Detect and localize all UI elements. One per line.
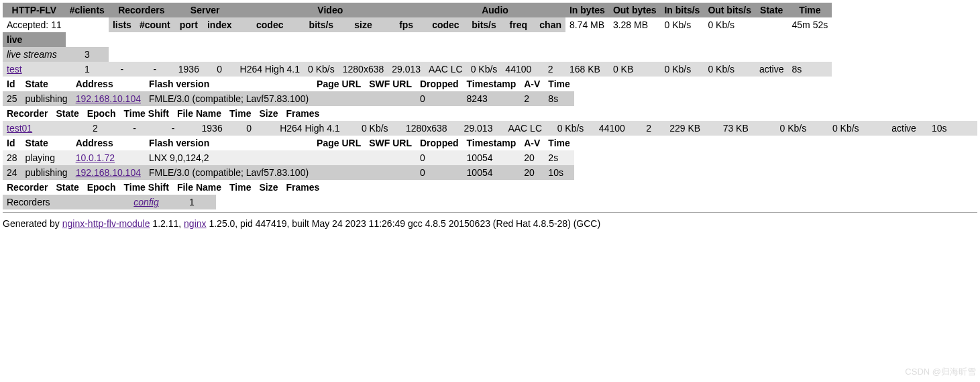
footer-prefix: Generated by [3,218,62,229]
divider [3,212,977,213]
client-address-link[interactable]: 192.168.10.104 [76,93,141,104]
col-port: port [174,17,203,32]
col-rectime: Time [225,180,255,195]
client-id: 24 [3,165,21,180]
col-filename: File Name [173,106,225,121]
col-clients: #clients [66,3,109,17]
total-state [755,17,788,32]
client-dropped: 0 [416,165,463,180]
col-server: Server [174,3,236,17]
client-time: 10s [544,165,574,180]
recorder-headers-table: Recorder State Epoch Time Shift File Nam… [3,106,323,121]
col-audio: Audio [425,3,565,17]
client-dropped: 0 [416,91,463,106]
client-pageurl [313,150,365,165]
stream-fps: 29.013 [388,62,425,77]
stream-time: 10s [928,121,977,136]
live-streams-label: live streams [3,47,66,62]
col-av: A-V [520,136,544,150]
col-outbytes: Out bytes [609,3,661,17]
col-dropped: Dropped [416,77,463,91]
col-time: Time [788,3,832,17]
col-rec-lists: lists [109,17,135,32]
col-inbits: In bits/s [660,3,704,17]
client-pageurl [313,91,365,106]
col-recsize: Size [255,180,282,195]
main-summary-table: HTTP-FLV #clients Recorders Server Video… [3,3,832,77]
stream-chan: 2 [535,62,565,77]
total-inbytes: 8.74 MB [565,17,609,32]
footer-modver: 1.2.11, [150,218,184,229]
col-pageurl: Page URL [313,136,365,150]
stream-port: 1936 [174,62,203,77]
col-video: Video [236,3,425,17]
client-row: 28 playing 10.0.1.72 LNX 9,0,124,2 0 100… [3,150,574,165]
col-freq: freq [501,17,535,32]
stream-fps: 29.013 [455,121,500,136]
col-flash: Flash version [145,136,313,150]
accepted-count: Accepted: 11 [3,17,66,32]
col-frames: Frames [282,106,324,121]
col-recstate: State [52,180,83,195]
col-fps: fps [388,17,425,32]
app-name: live [3,32,66,47]
col-state: State [21,136,72,150]
col-epoch: Epoch [83,180,120,195]
stream-index: 0 [231,121,268,136]
col-pageurl: Page URL [313,77,365,91]
clients-table: Id State Address Flash version Page URL … [3,77,574,106]
col-ctime: Time [544,77,574,91]
stream-vcodec: H264 High 4.1 [268,121,353,136]
col-frames: Frames [282,180,324,195]
client-state: playing [21,150,72,165]
stream-acodec: AAC LC [425,62,467,77]
col-timeshift: Time Shift [119,180,172,195]
stream-row: test 1 - - 1936 0 H264 High 4.1 0 Kb/s 1… [3,62,832,77]
stream-outbits: 0 Kb/s [828,121,887,136]
total-outbits: 0 Kb/s [704,17,755,32]
col-timestamp: Timestamp [463,136,521,150]
summary-row: Accepted: 11 lists #count port index cod… [3,17,832,32]
stream-name-link[interactable]: test01 [7,123,32,134]
module-link[interactable]: nginx-http-flv-module [62,218,150,229]
client-state: publishing [21,91,72,106]
client-swfurl [365,165,416,180]
stream-abits: 0 Kb/s [467,62,502,77]
stream-inbytes: 229 KB [665,121,719,136]
client-id: 28 [3,150,21,165]
col-timestamp: Timestamp [463,77,521,91]
col-address: Address [72,136,145,150]
client-address-link[interactable]: 10.0.1.72 [76,152,115,163]
recorders-config-link[interactable]: config [133,197,158,207]
col-id: Id [3,77,21,91]
stream-table: test01 2 - - 1936 0 H264 High 4.1 0 Kb/s… [3,121,977,136]
col-chan: chan [535,17,565,32]
stream-port: 1936 [193,121,230,136]
client-id: 25 [3,91,21,106]
stream-inbits: 0 Kb/s [660,62,704,77]
stream-state: active [755,62,788,77]
recorders-label: Recorders [3,195,125,209]
stream-outbytes: 0 KB [609,62,661,77]
col-outbits: Out bits/s [704,3,755,17]
client-swfurl [365,91,416,106]
stream-name-link[interactable]: test [7,64,22,75]
client-row: 25 publishing 192.168.10.104 FMLE/3.0 (c… [3,91,574,106]
col-rec-count: #count [135,17,174,32]
col-recsize: Size [255,106,282,121]
col-httpflv: HTTP-FLV [3,3,66,17]
clients-table: Id State Address Flash version Page URL … [3,136,574,180]
client-av: 2 [520,91,544,106]
live-streams-count: 3 [66,47,109,62]
nginx-link[interactable]: nginx [184,218,206,229]
client-timestamp: 10054 [463,150,521,165]
stream-vcodec: H264 High 4.1 [236,62,305,77]
col-state: State [755,3,788,17]
total-inbits: 0 Kb/s [660,17,704,32]
client-address-link[interactable]: 192.168.10.104 [76,167,141,178]
stream-index: 0 [203,62,236,77]
stream-rec-count: - [153,121,194,136]
stream-time: 8s [788,62,832,77]
col-recorders: Recorders [109,3,174,17]
stream-outbytes: 73 KB [719,121,776,136]
